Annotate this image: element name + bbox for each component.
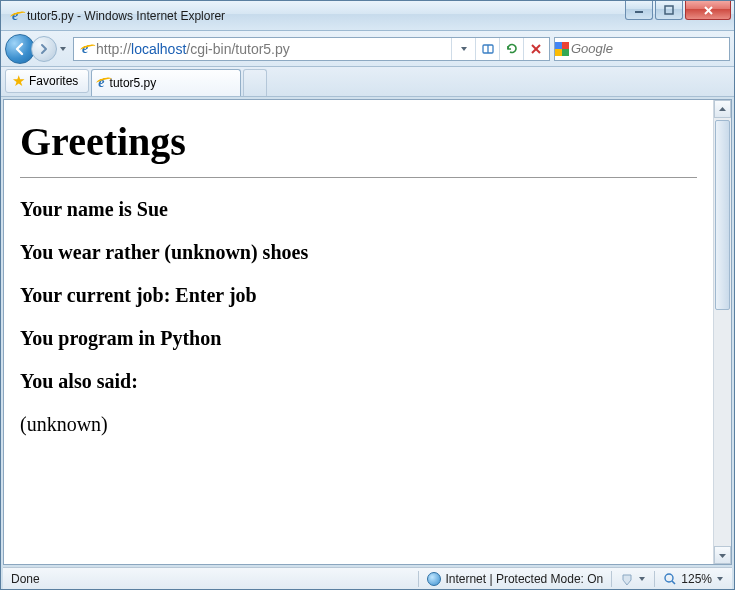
- tab-bar: ★ Favorites e tutor5.py: [1, 67, 734, 97]
- address-bar[interactable]: e http://localhost/cgi-bin/tutor5.py: [73, 37, 550, 61]
- star-icon: ★: [12, 72, 25, 90]
- scroll-track[interactable]: [714, 118, 731, 546]
- globe-icon: [427, 572, 441, 586]
- line-shoes: You wear rather (unknown) shoes: [20, 241, 697, 264]
- url-path: /cgi-bin/tutor5.py: [186, 41, 290, 57]
- divider: [20, 177, 697, 178]
- line-job: Your current job: Enter job: [20, 284, 697, 307]
- tab-active[interactable]: e tutor5.py: [91, 69, 241, 96]
- window-title: tutor5.py - Windows Internet Explorer: [27, 9, 623, 23]
- address-dropdown[interactable]: [451, 38, 475, 60]
- url-host: localhost: [131, 41, 186, 57]
- maximize-button[interactable]: [655, 1, 683, 20]
- tab-favicon: e: [98, 76, 104, 90]
- status-left-text: Done: [11, 572, 40, 586]
- line-unknown: (unknown): [20, 413, 697, 436]
- status-bar: Done Internet | Protected Mode: On 125%: [3, 567, 732, 589]
- nav-buttons: [5, 34, 69, 64]
- page-heading: Greetings: [20, 118, 697, 165]
- search-input[interactable]: [569, 40, 735, 57]
- navigation-toolbar: e http://localhost/cgi-bin/tutor5.py: [1, 31, 734, 67]
- line-name: Your name is Sue: [20, 198, 697, 221]
- refresh-button[interactable]: [499, 38, 523, 60]
- ie-favicon: e: [7, 8, 23, 24]
- zoom-control[interactable]: 125%: [655, 568, 732, 589]
- status-left: Done: [3, 568, 48, 589]
- line-lang: You program in Python: [20, 327, 697, 350]
- scroll-up-button[interactable]: [714, 100, 731, 118]
- url-protocol: http://: [96, 41, 131, 57]
- url-text[interactable]: http://localhost/cgi-bin/tutor5.py: [94, 41, 451, 57]
- scroll-down-button[interactable]: [714, 546, 731, 564]
- favorites-button[interactable]: ★ Favorites: [5, 69, 89, 93]
- content-area: Greetings Your name is Sue You wear rath…: [3, 99, 732, 565]
- zoom-icon: [663, 572, 677, 586]
- status-zone-text: Internet | Protected Mode: On: [445, 572, 603, 586]
- status-protected-toggle[interactable]: [612, 568, 654, 589]
- forward-button[interactable]: [31, 36, 57, 62]
- nav-history-dropdown[interactable]: [57, 39, 69, 59]
- line-also: You also said:: [20, 370, 697, 393]
- tab-label: tutor5.py: [110, 76, 157, 90]
- close-button[interactable]: [685, 1, 731, 20]
- search-provider-icon[interactable]: [555, 42, 569, 56]
- chevron-down-icon: [716, 575, 724, 583]
- vertical-scrollbar[interactable]: [713, 100, 731, 564]
- svg-point-10: [665, 574, 673, 582]
- page-favicon: e: [76, 42, 94, 56]
- zoom-value: 125%: [681, 572, 712, 586]
- stop-button[interactable]: [523, 38, 547, 60]
- shield-icon: [620, 572, 634, 586]
- status-zone[interactable]: Internet | Protected Mode: On: [419, 568, 611, 589]
- favorites-label: Favorites: [29, 74, 78, 88]
- svg-rect-1: [665, 6, 673, 14]
- minimize-button[interactable]: [625, 1, 653, 20]
- new-tab-button[interactable]: [243, 69, 267, 96]
- compat-view-button[interactable]: [475, 38, 499, 60]
- search-box: [554, 37, 730, 61]
- page-body: Greetings Your name is Sue You wear rath…: [4, 100, 713, 564]
- window-buttons: [623, 1, 731, 21]
- svg-line-11: [672, 581, 675, 584]
- scroll-thumb[interactable]: [715, 120, 730, 310]
- title-bar: e tutor5.py - Windows Internet Explorer: [1, 1, 734, 31]
- chevron-down-icon: [638, 575, 646, 583]
